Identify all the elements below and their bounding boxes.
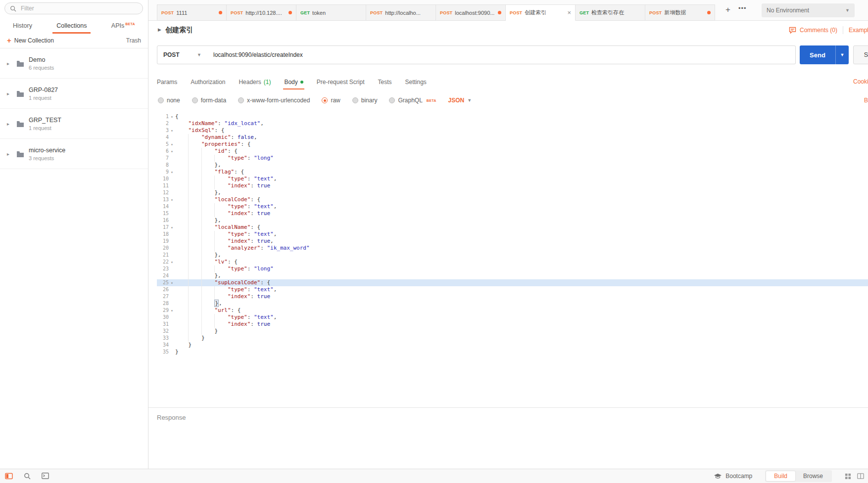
code-line[interactable]: 15"index": true	[157, 210, 868, 217]
fold-arrow-icon[interactable]: ▾	[169, 148, 175, 155]
search-icon[interactable]	[24, 473, 31, 480]
code-line[interactable]: 26"type": "text",	[157, 286, 868, 293]
code-line[interactable]: 31"index": true	[157, 321, 868, 328]
tab-collections[interactable]: Collections	[56, 19, 87, 32]
code-line[interactable]: 19"index": true,	[157, 238, 868, 245]
beautify-link[interactable]: Beautify	[864, 97, 868, 104]
subtab-tests[interactable]: Tests	[378, 74, 391, 89]
code-line[interactable]: 8},	[157, 162, 868, 169]
collapse-arrow-icon[interactable]: ▶	[158, 27, 161, 32]
request-tab[interactable]: POSThttp://localho...	[366, 4, 436, 21]
request-tab[interactable]: POSTlocalhost:9090...	[436, 4, 506, 21]
fold-arrow-icon[interactable]: ▾	[169, 224, 175, 231]
tab-apis[interactable]: APIsBETA	[111, 19, 135, 32]
method-select[interactable]: POST ▼	[157, 45, 208, 64]
code-line[interactable]: 14"type": "text",	[157, 203, 868, 210]
fold-arrow-icon[interactable]: ▾	[169, 141, 175, 148]
subtab-pre-request-script[interactable]: Pre-request Script	[317, 74, 365, 89]
fold-arrow-icon[interactable]: ▾	[169, 127, 175, 134]
fold-arrow-icon[interactable]: ▾	[169, 279, 175, 286]
build-tab[interactable]: Build	[766, 471, 795, 481]
fold-arrow-icon[interactable]: ▾	[169, 196, 175, 203]
subtab-body[interactable]: Body	[284, 74, 303, 89]
code-line[interactable]: 28},	[157, 300, 868, 307]
save-button[interactable]: Save	[853, 45, 868, 64]
code-line[interactable]: 35}	[157, 349, 868, 355]
code-line[interactable]: 16},	[157, 217, 868, 224]
expand-chevron-icon[interactable]: ▸	[7, 151, 12, 157]
code-line[interactable]: 32}	[157, 328, 868, 335]
tab-history[interactable]: History	[13, 19, 32, 32]
code-line[interactable]: 23"type": "long"	[157, 265, 868, 272]
collection-item[interactable]: ▸micro-service3 requests	[0, 139, 148, 169]
code-line[interactable]: 33}	[157, 335, 868, 342]
new-collection-button[interactable]: New Collection	[14, 37, 54, 44]
body-editor[interactable]: 1▾{2"idxName": "idx_locat",3▾"idxSql": {…	[148, 111, 868, 407]
close-tab-icon[interactable]: ×	[567, 9, 571, 16]
request-tab[interactable]: GET检查索引存在	[576, 4, 645, 21]
code-line[interactable]: 3▾"idxSql": {	[157, 127, 868, 134]
code-line[interactable]: 11"index": true	[157, 182, 868, 189]
tab-options-button[interactable]: •••	[738, 4, 747, 12]
body-mode-graphql[interactable]: GraphQLBETA	[389, 97, 436, 104]
language-select[interactable]: JSON▼	[448, 97, 472, 104]
code-line[interactable]: 7"type": "long"	[157, 155, 868, 162]
code-line[interactable]: 30"type": "text",	[157, 314, 868, 321]
subtab-authorization[interactable]: Authorization	[191, 74, 225, 89]
code-line[interactable]: 18"type": "text",	[157, 231, 868, 238]
cookies-link[interactable]: Cookies	[853, 78, 868, 85]
code-line[interactable]: 27"index": true	[157, 293, 868, 300]
body-mode-x-www-form-urlencoded[interactable]: x-www-form-urlencoded	[238, 97, 310, 104]
bootcamp-button[interactable]: Bootcamp	[714, 473, 752, 480]
send-options-icon[interactable]: ▼	[835, 45, 849, 64]
environment-selector[interactable]: No Environment ▼	[762, 3, 855, 17]
console-icon[interactable]	[42, 473, 49, 479]
code-line[interactable]: 1▾{	[157, 113, 868, 120]
code-line[interactable]: 17▾"localName": {	[157, 224, 868, 231]
fold-arrow-icon[interactable]: ▾	[169, 307, 175, 314]
trash-button[interactable]: Trash	[126, 37, 141, 44]
code-line[interactable]: 25▾"supLocalCode": {	[157, 279, 868, 286]
subtab-settings[interactable]: Settings	[405, 74, 427, 89]
expand-chevron-icon[interactable]: ▸	[7, 61, 12, 66]
collection-item[interactable]: ▸GRP-08271 request	[0, 79, 148, 109]
request-tab[interactable]: POST新增数据	[645, 4, 715, 21]
two-pane-icon[interactable]	[857, 473, 864, 479]
code-line[interactable]: 6▾"id": {	[157, 148, 868, 155]
subtab-headers[interactable]: Headers(1)	[239, 74, 271, 89]
code-line[interactable]: 22▾"lv": {	[157, 259, 868, 265]
browse-tab[interactable]: Browse	[795, 471, 831, 481]
subtab-params[interactable]: Params	[157, 74, 177, 89]
request-tab[interactable]: POSThttp://10.128....	[227, 4, 296, 21]
grid-icon[interactable]	[845, 473, 851, 480]
code-line[interactable]: 5▾"properties": {	[157, 141, 868, 148]
code-line[interactable]: 12},	[157, 189, 868, 196]
fold-arrow-icon[interactable]: ▾	[169, 169, 175, 176]
code-line[interactable]: 29▾"url": {	[157, 307, 868, 314]
code-line[interactable]: 13▾"localCode": {	[157, 196, 868, 203]
code-line[interactable]: 21},	[157, 252, 868, 259]
code-line[interactable]: 9▾"flag": {	[157, 169, 868, 176]
expand-chevron-icon[interactable]: ▸	[7, 121, 12, 127]
expand-chevron-icon[interactable]: ▸	[7, 91, 12, 96]
code-line[interactable]: 34}	[157, 342, 868, 349]
filter-box[interactable]	[4, 2, 143, 14]
comments-button[interactable]: Comments (0)	[800, 27, 837, 34]
code-line[interactable]: 4"dynamic": false,	[157, 134, 868, 141]
collection-item[interactable]: ▸Demo6 requests	[0, 48, 148, 79]
body-mode-binary[interactable]: binary	[352, 97, 378, 104]
url-input[interactable]	[207, 45, 796, 64]
examples-button[interactable]: Examples	[849, 27, 868, 34]
toggle-sidebar-icon[interactable]	[5, 473, 13, 480]
code-line[interactable]: 24},	[157, 272, 868, 279]
collection-item[interactable]: ▸GRP_TEST1 request	[0, 109, 148, 139]
request-tab[interactable]: GETtoken	[296, 4, 366, 21]
send-button[interactable]: Send ▼	[800, 45, 849, 64]
fold-arrow-icon[interactable]: ▾	[169, 113, 175, 120]
code-line[interactable]: 20"analyzer": "ik_max_word"	[157, 245, 868, 252]
fold-arrow-icon[interactable]: ▾	[169, 259, 175, 265]
request-tab[interactable]: POST1111	[157, 4, 227, 21]
body-mode-form-data[interactable]: form-data	[192, 97, 226, 104]
code-line[interactable]: 2"idxName": "idx_locat",	[157, 120, 868, 127]
body-mode-none[interactable]: none	[158, 97, 180, 104]
